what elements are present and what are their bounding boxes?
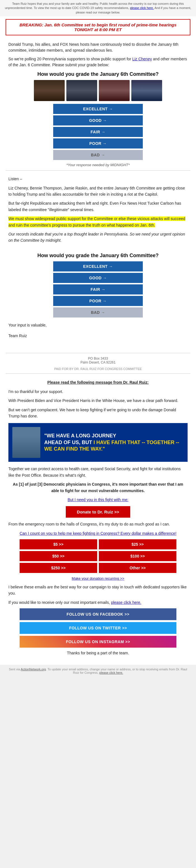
bad-btn-2[interactable]: BAD → [53,307,143,317]
photo-2 [66,80,97,101]
amount-5[interactable]: $5 >> [19,539,97,549]
amount-other[interactable]: Other >> [99,563,177,573]
bottom-footer-text: Sent via ActionNetwork.org. [9,668,48,671]
quote-line3: I HAVE FAITH THAT -- TOGETHER -- [93,440,179,445]
amount-25[interactable]: $25 >> [99,539,177,549]
email2-para7: If you would like to receive only our mo… [8,599,188,606]
para7-text: If you would like to receive only our mo… [8,600,110,605]
amount-grid: $5 >> $25 >> $50 >> $100 >> $250 >> Othe… [19,539,177,573]
email2-para1: I'm so thankful for your support. [8,389,188,395]
para2: So we're polling 20 Pennsylvania support… [8,56,188,68]
para1: Donald Trump, his allies, and FOX News h… [8,41,188,53]
amount-250[interactable]: $250 >> [19,563,97,573]
section-1: Donald Trump, his allies, and FOX News h… [0,38,196,68]
section2-para2: But far-right Republicans are attacking … [8,200,188,213]
quote-text: "WE HAVE A LONG JOURNEY AHEAD OF US, BUT… [44,433,179,452]
photo-4 [131,80,162,101]
highlight-text: We must show widespread public support f… [8,216,185,227]
sign-off: Team Ruiz [8,333,188,339]
email2-para5: From the emergency room to the halls of … [8,521,188,527]
need-link-text: But I need you in this fight with me: [8,497,188,503]
twitter-button[interactable]: FOLLOW US ON TWITTER >> [19,622,177,634]
section2-para1: Liz Cheney, Bennie Thompson, Jamie Raski… [8,185,188,198]
section-divider-1 [6,170,190,171]
quote-line2: AHEAD OF US, BUT [44,440,92,445]
fair-btn-1[interactable]: FAIR → [53,127,143,137]
breaking-box: BREAKING: Jan. 6th Committee set to begi… [6,19,190,35]
count-on-you: Can I count on you to help me keep fight… [8,530,188,536]
photo-3 [99,80,130,101]
count-link[interactable]: Can I count on you to help me keep fight… [19,531,177,536]
grade-buttons-1: EXCELLENT → GOOD → FAIR → POOR → BAD → [53,104,143,160]
quote-line1: "WE HAVE A LONG JOURNEY [44,433,116,438]
email2-para2: With President Biden and Vice President … [8,398,188,404]
section2-highlight: We must show widespread public support f… [8,216,188,228]
po-box: PO Box 3433 [0,356,196,361]
email2-section: Please read the following message from D… [0,376,196,662]
instagram-button[interactable]: FOLLOW US ON INSTAGRAM >> [19,636,177,648]
email2-para4: Together we can protect access to health… [8,466,188,478]
section2-italic: Our records indicate that you're a top t… [8,231,188,244]
bottom-footer-detail: To update your email address, change you… [48,668,187,674]
listen-label: Listen – [8,176,188,182]
email2-para3: But we can't get complacent. We have to … [8,407,188,420]
grade-heading-2: How would you grade the January 6th Comm… [0,253,196,258]
cdc-link[interactable]: please click here. [130,6,154,9]
excellent-btn-1[interactable]: EXCELLENT → [53,104,143,114]
photos-row [0,80,196,101]
amount-100[interactable]: $100 >> [99,551,177,561]
social-buttons: FOLLOW US ON FACEBOOK >> FOLLOW US ON TW… [19,608,177,648]
facebook-button[interactable]: FOLLOW US ON FACEBOOK >> [19,608,177,620]
need-link[interactable]: But I need you in this fight with me: [68,497,128,502]
team-ruiz-sign: Team Ruiz [8,333,188,339]
recurring-link[interactable]: Make your donation recurring >> [8,576,188,582]
paid-for: PAID FOR BY DR. RAUL RUIZ FOR CONGRESS C… [6,366,190,374]
amount-50[interactable]: $50 >> [19,551,97,561]
good-btn-2[interactable]: GOOD → [53,273,143,283]
bad-btn-1[interactable]: BAD → [53,150,143,160]
midnight-note: *Your response needed by MIDNIGHT* [0,163,196,167]
thanks-text: Thanks for being a part of the team. [8,650,188,656]
grade-heading-1: How would you grade the January 6th Comm… [0,71,196,77]
top-banner: Team Ruiz hopes that you and your family… [0,0,196,16]
click-here-link[interactable]: please click here. [111,600,142,605]
raul-photo [12,427,40,458]
unsubscribe-link[interactable]: please click here. [100,671,123,674]
bold-para: As [1] of just [3] Democratic physicians… [8,481,188,494]
donate-btn-wrap: Donate to Dr. Ruiz >> [8,506,188,518]
breaking-label: BREAKING: [19,23,43,27]
bottom-footer: Sent via ActionNetwork.org. To update yo… [0,665,196,677]
email2-para6: I believe these emails are the best way … [8,584,188,596]
section-2: Listen – Liz Cheney, Bennie Thompson, Ja… [0,174,196,249]
poor-btn-1[interactable]: POOR → [53,138,143,149]
liz-link[interactable]: Liz Cheney [132,57,152,61]
fair-btn-2[interactable]: FAIR → [53,284,143,294]
grade-buttons-2: EXCELLENT → GOOD → FAIR → POOR → BAD → [53,261,143,317]
excellent-btn-2[interactable]: EXCELLENT → [53,261,143,272]
city-state: Palm Desert, CA 92261 [0,361,196,364]
quote-line4: WE CAN FIND THE WAY." [44,446,105,452]
section-3: Your input is valuable, Team Ruiz [0,320,196,353]
good-btn-1[interactable]: GOOD → [53,115,143,125]
input-valuable: Your input is valuable, [8,322,188,328]
photo-1 [34,80,65,101]
breaking-text: Jan. 6th Committee set to begin first ro… [44,23,177,32]
donate-button[interactable]: Donate to Dr. Ruiz >> [66,506,130,518]
actionnetwork-link[interactable]: ActionNetwork.org [21,668,46,671]
quote-box: "WE HAVE A LONG JOURNEY AHEAD OF US, BUT… [8,423,188,462]
poor-btn-2[interactable]: POOR → [53,296,143,306]
po-footer: PO Box 3433 Palm Desert, CA 92261 [0,353,196,366]
from-raul-heading: Please read the following message from D… [8,379,188,385]
